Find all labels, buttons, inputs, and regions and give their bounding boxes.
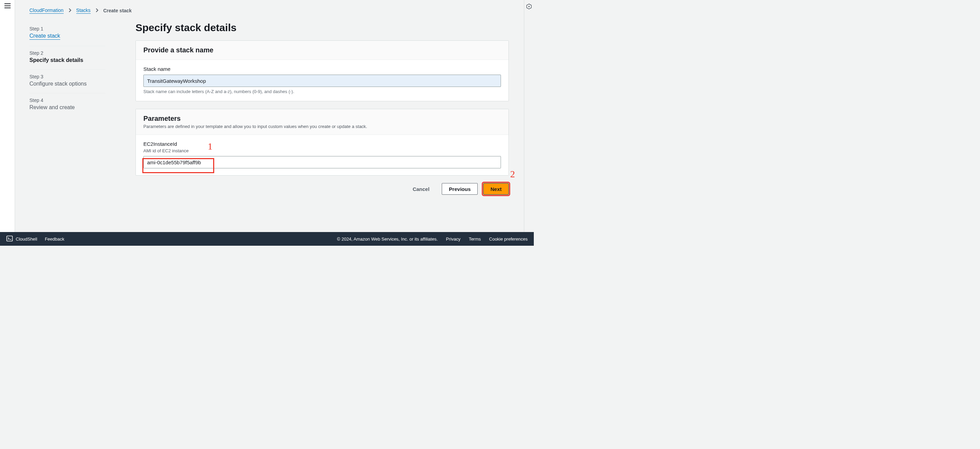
step-2: Step 2 Specify stack details [29, 46, 105, 70]
panel-subtitle: Parameters are defined in your template … [143, 124, 501, 129]
param-desc: AMI id of EC2 instance [143, 148, 501, 153]
step-1[interactable]: Step 1 Create stack [29, 22, 105, 46]
stack-name-label: Stack name [143, 66, 501, 72]
step-title: Review and create [29, 104, 105, 111]
wizard-steps: Step 1 Create stack Step 2 Specify stack… [29, 22, 105, 195]
panel-stack-name: Provide a stack name Stack name Stack na… [135, 40, 509, 101]
privacy-link[interactable]: Privacy [446, 236, 461, 242]
page-title: Specify stack details [135, 22, 509, 33]
step-title: Configure stack options [29, 81, 105, 87]
feedback-link[interactable]: Feedback [45, 236, 64, 242]
copyright-text: © 2024, Amazon Web Services, Inc. or its… [337, 236, 438, 242]
step-number: Step 4 [29, 97, 105, 103]
step-3: Step 3 Configure stack options [29, 70, 105, 94]
stack-name-hint: Stack name can include letters (A-Z and … [143, 89, 501, 94]
breadcrumb: CloudFormation Stacks Create stack [15, 0, 524, 14]
cookie-preferences-link[interactable]: Cookie preferences [489, 236, 528, 242]
svg-point-4 [528, 6, 530, 7]
step-number: Step 3 [29, 74, 105, 80]
breadcrumb-cloudformation[interactable]: CloudFormation [29, 8, 64, 14]
console-footer: CloudShell Feedback © 2024, Amazon Web S… [0, 232, 534, 246]
hamburger-menu-icon[interactable] [5, 3, 11, 246]
annotation-number-2: 2 [510, 169, 515, 180]
cloudshell-button[interactable]: CloudShell [6, 235, 37, 243]
step-title: Specify stack details [29, 57, 105, 63]
next-button[interactable]: Next [483, 183, 509, 195]
svg-rect-5 [7, 236, 13, 241]
step-title: Create stack [29, 33, 105, 40]
step-number: Step 2 [29, 50, 105, 56]
left-rail [0, 0, 15, 246]
hexagon-icon[interactable] [526, 3, 532, 246]
param-label: EC2InstanceId [143, 141, 501, 147]
wizard-actions: Cancel Previous Next 2 [135, 183, 509, 195]
chevron-right-icon [95, 8, 99, 13]
stack-name-input[interactable] [143, 75, 501, 87]
step-number: Step 1 [29, 26, 105, 32]
ec2-instance-id-input[interactable] [143, 156, 501, 168]
panel-heading: Provide a stack name [143, 46, 501, 54]
breadcrumb-current: Create stack [103, 8, 132, 13]
right-rail [524, 0, 534, 246]
panel-heading: Parameters [143, 115, 501, 123]
cloudshell-icon [6, 235, 13, 243]
terms-link[interactable]: Terms [469, 236, 481, 242]
step-4: Step 4 Review and create [29, 94, 105, 117]
previous-button[interactable]: Previous [442, 183, 478, 195]
cloudshell-label: CloudShell [16, 236, 37, 242]
panel-parameters: Parameters Parameters are defined in you… [135, 109, 509, 175]
form-area: Specify stack details Provide a stack na… [105, 22, 524, 195]
breadcrumb-stacks[interactable]: Stacks [76, 8, 91, 14]
chevron-right-icon [68, 8, 72, 13]
cancel-button[interactable]: Cancel [406, 183, 436, 195]
